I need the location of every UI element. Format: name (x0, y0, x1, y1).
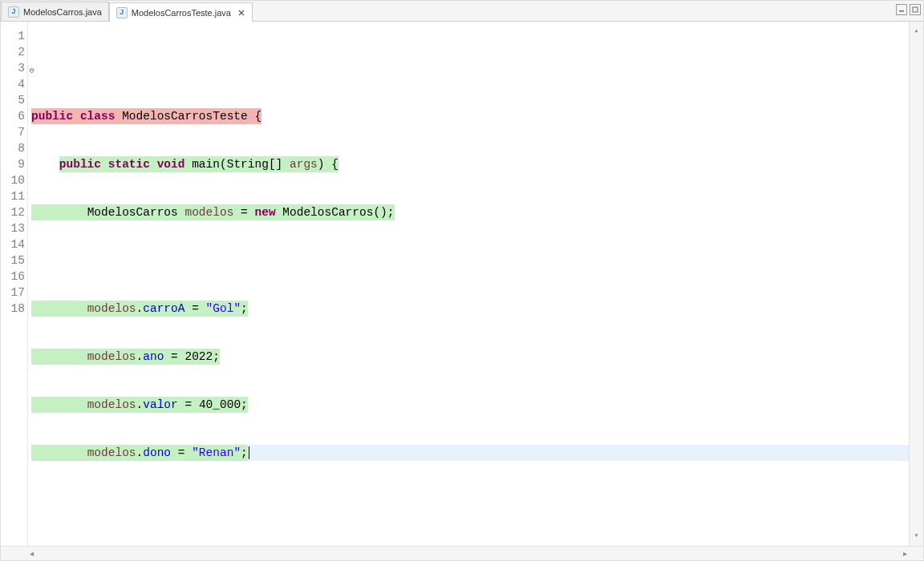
line-number: 16 (1, 268, 25, 285)
scroll-right-icon[interactable]: ▸ (903, 549, 907, 558)
text-cursor (249, 446, 249, 459)
line-number: 3⊖ (1, 60, 25, 76)
line-number: 2 (1, 44, 25, 60)
java-file-icon: J (116, 7, 128, 18)
line-number: 10 (1, 172, 25, 188)
code-line[interactable] (31, 541, 909, 546)
line-number: 11 (1, 188, 25, 204)
code-line[interactable]: public static void main(String[] args) { (31, 156, 909, 172)
vertical-scrollbar[interactable]: ▴ ▾ (909, 22, 923, 546)
maximize-icon[interactable] (910, 4, 921, 15)
close-icon[interactable] (237, 9, 245, 17)
code-area[interactable]: public class ModelosCarrosTeste { public… (28, 22, 909, 546)
tab-label: ModelosCarros.java (23, 7, 102, 17)
java-file-icon: J (8, 6, 19, 18)
code-line[interactable]: modelos.carroA = "Gol"; (31, 301, 909, 317)
code-line[interactable]: modelos.valor = 40_000; (31, 397, 909, 413)
line-number: 5 (1, 92, 25, 108)
code-line[interactable] (31, 252, 909, 268)
line-number: 15 (1, 252, 25, 268)
line-number: 8 (1, 140, 25, 156)
scroll-left-icon[interactable]: ◂ (30, 549, 34, 558)
minimize-icon[interactable] (896, 4, 907, 15)
code-line-current[interactable]: modelos.dono = "Renan"; (31, 445, 909, 461)
code-line[interactable] (31, 60, 909, 76)
svg-rect-1 (913, 7, 918, 12)
line-number: 14 (1, 236, 25, 252)
tab-label: ModelosCarrosTeste.java (132, 8, 231, 18)
code-line[interactable]: public class ModelosCarrosTeste { (31, 108, 909, 124)
tab-bar: J ModelosCarros.java J ModelosCarrosTest… (1, 1, 923, 22)
tab-inactive[interactable]: J ModelosCarros.java (1, 2, 109, 21)
line-number: 6 (1, 108, 25, 124)
window-buttons (896, 4, 921, 15)
line-number: 17 (1, 285, 25, 301)
code-line[interactable]: ModelosCarros modelos = new ModelosCarro… (31, 204, 909, 220)
line-number: 18 (1, 301, 25, 317)
scroll-down-icon[interactable]: ▾ (914, 528, 918, 544)
line-number: 13 (1, 220, 25, 236)
tab-active[interactable]: J ModelosCarrosTeste.java (109, 2, 253, 22)
code-line[interactable]: modelos.ano = 2022; (31, 349, 909, 365)
line-number: 1 (1, 28, 25, 44)
line-number: 7 (1, 124, 25, 140)
line-gutter: 1 2 3⊖ 4 5 6 7 8 9 10 11 12 13 14 15 16 … (1, 22, 28, 546)
line-number: 4 (1, 76, 25, 92)
editor[interactable]: 1 2 3⊖ 4 5 6 7 8 9 10 11 12 13 14 15 16 … (1, 22, 923, 546)
svg-rect-0 (899, 10, 904, 12)
line-number: 9 (1, 156, 25, 172)
line-number: 12 (1, 204, 25, 220)
code-line[interactable] (31, 493, 909, 509)
scroll-up-icon[interactable]: ▴ (914, 23, 918, 39)
horizontal-scrollbar[interactable]: ◂ ▸ (1, 546, 923, 560)
